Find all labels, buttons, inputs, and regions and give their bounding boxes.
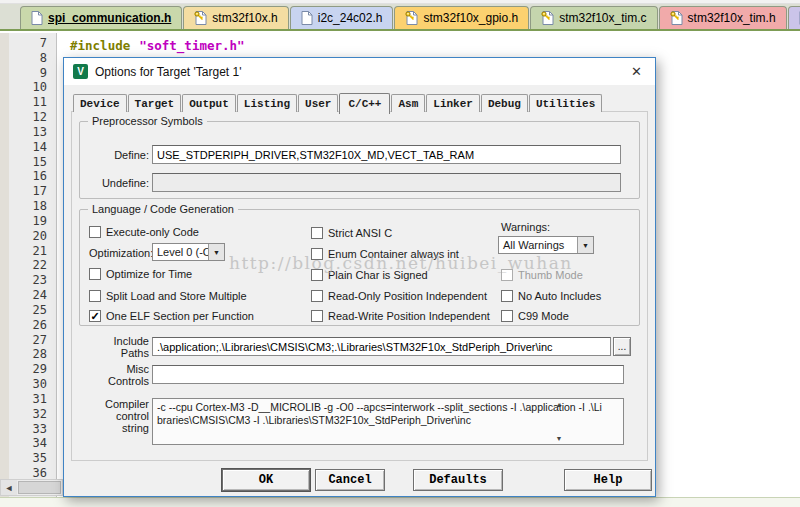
status-strip (0, 497, 800, 507)
editor-tab-bar: spi_communication.hstm32f10x.hi2c_24c02.… (0, 4, 800, 31)
checkbox-label: Plain Char is Signed (328, 269, 428, 281)
optimization-dropdown[interactable]: Level 0 (-O0) ▼ (152, 243, 225, 261)
cancel-button[interactable]: Cancel (315, 469, 385, 491)
line-number: 7 (9, 36, 56, 51)
dialog-tab-user[interactable]: User (298, 94, 338, 112)
readonly-key-document-icon (194, 11, 207, 25)
unchecked-checkbox-icon[interactable] (89, 290, 101, 302)
unchecked-checkbox-icon[interactable] (311, 269, 323, 281)
help-button[interactable]: Help (564, 469, 652, 491)
unchecked-checkbox-icon[interactable] (501, 290, 513, 302)
dialog-tab-utilities[interactable]: Utilities (529, 94, 602, 112)
checkbox-read-only-position-independent[interactable]: Read-Only Position Independent (311, 289, 487, 302)
editor-tab-stm32f10x_tim.h[interactable]: stm32f10x_tim.h (659, 6, 787, 29)
scroll-up-icon[interactable]: ▲ (553, 401, 565, 408)
unchecked-checkbox-icon[interactable] (501, 310, 513, 322)
unchecked-checkbox-icon[interactable] (311, 227, 323, 239)
checkbox-label: Read-Only Position Independent (328, 290, 487, 302)
checkbox-label: Strict ANSI C (328, 227, 392, 239)
checkbox-strict-ansi-c[interactable]: Strict ANSI C (311, 226, 392, 239)
dialog-tab-linker[interactable]: Linker (426, 94, 480, 112)
checkbox-label: Execute-only Code (106, 226, 199, 238)
optimization-value: Level 0 (-O0) (153, 246, 208, 258)
checkbox-plain-char-is-signed[interactable]: Plain Char is Signed (311, 268, 428, 281)
line-number: 8 (9, 51, 56, 66)
document-icon (301, 11, 313, 25)
editor-tab-i2c_24c02.h[interactable]: i2c_24c02.h (290, 6, 394, 29)
dialog-tab-strip: DeviceTargetOutputListingUserC/C++AsmLin… (73, 90, 603, 112)
dialog-tab-output[interactable]: Output (182, 94, 236, 112)
editor-tab-label: stm32f10x_tim.c (559, 11, 646, 25)
line-number: 33 (9, 422, 56, 437)
misc-controls-input[interactable] (152, 365, 624, 384)
scroll-down-icon[interactable]: ▼ (553, 435, 565, 442)
include-paths-browse-button[interactable]: ... (613, 337, 631, 356)
define-input[interactable] (152, 145, 621, 164)
keil-uvision-icon: V (73, 64, 88, 79)
checkbox-split-load-and-store-multiple[interactable]: Split Load and Store Multiple (89, 289, 247, 302)
unchecked-checkbox-icon[interactable] (311, 310, 323, 322)
checkbox-label: No Auto Includes (518, 290, 601, 302)
checkbox-c99-mode[interactable]: C99 Mode (501, 309, 569, 322)
line-number: 25 (9, 303, 56, 318)
line-number-gutter: 7891011121314151617181920212223242526272… (0, 33, 57, 497)
warnings-value: All Warnings (499, 239, 577, 251)
unchecked-checkbox-icon[interactable] (89, 226, 101, 238)
readonly-key-document-icon (405, 11, 418, 25)
warnings-label: Warnings: (501, 221, 581, 233)
options-for-target-dialog: V Options for Target 'Target 1' ✕ Device… (63, 57, 656, 497)
editor-tab-spi_communication.h[interactable]: spi_communication.h (20, 6, 182, 29)
readonly-key-document-icon (541, 11, 554, 25)
checkbox-read-write-position-independent[interactable]: Read-Write Position Independent (311, 309, 490, 322)
line-number: 22 (9, 258, 56, 273)
warnings-dropdown[interactable]: All Warnings ▼ (498, 236, 594, 254)
compiler-control-string-label: Compiler control string (92, 398, 149, 434)
defaults-button[interactable]: Defaults (413, 469, 503, 491)
checkbox-thumb-mode: Thumb Mode (501, 268, 583, 281)
ok-button[interactable]: OK (222, 469, 310, 491)
line-number: 26 (9, 318, 56, 333)
undefine-input (152, 173, 621, 192)
editor-tab-stm32f10x_gpio.h[interactable]: stm32f10x_gpio.h (394, 6, 529, 29)
line-number: 11 (9, 95, 56, 110)
unchecked-checkbox-icon[interactable] (89, 268, 101, 280)
dialog-tab-target[interactable]: Target (128, 94, 182, 112)
checkbox-label: Split Load and Store Multiple (106, 290, 247, 302)
define-label: Define: (94, 149, 149, 161)
editor-tab-stm32f10x_tim.c[interactable]: stm32f10x_tim.c (530, 6, 657, 29)
line-number: 31 (9, 392, 56, 407)
include-paths-input[interactable] (152, 337, 611, 356)
scrollbar-thumb[interactable] (18, 481, 61, 494)
dialog-tab-listing[interactable]: Listing (237, 94, 297, 112)
scroll-left-arrow-icon[interactable]: ◄ (1, 480, 17, 495)
horizontal-scrollbar[interactable]: ◄ (0, 479, 63, 496)
checkbox-optimize-for-time[interactable]: Optimize for Time (89, 267, 192, 280)
chevron-down-icon[interactable]: ▼ (577, 237, 593, 253)
group-legend: Preprocessor Symbols (88, 115, 207, 127)
unchecked-checkbox-icon[interactable] (311, 290, 323, 302)
checkbox-no-auto-includes[interactable]: No Auto Includes (501, 289, 601, 302)
include-paths-label: Include Paths (92, 335, 149, 359)
editor-tab-stm32f10x.h[interactable]: stm32f10x.h (183, 6, 288, 29)
checkbox-one-elf-section-per-function[interactable]: ✓One ELF Section per Function (89, 309, 254, 322)
undefine-label: Undefine: (94, 177, 149, 189)
checkbox-label: Enum Container always int (328, 248, 459, 260)
unchecked-checkbox-icon[interactable] (311, 248, 323, 260)
dialog-tab-debug[interactable]: Debug (481, 94, 528, 112)
close-icon[interactable]: ✕ (627, 64, 646, 79)
dialog-tab-device[interactable]: Device (73, 94, 127, 112)
editor-tab-stm32_ev[interactable]: stm32_ev (788, 6, 800, 29)
editor-tab-label: stm32f10x.h (212, 11, 277, 25)
checkbox-execute-only-code[interactable]: Execute-only Code (89, 225, 199, 238)
dialog-tab-asm[interactable]: Asm (391, 94, 425, 112)
line-number: 19 (9, 214, 56, 229)
code-line-7: #include"soft_timer.h" (70, 38, 245, 53)
line-number: 23 (9, 273, 56, 288)
dialog-titlebar[interactable]: V Options for Target 'Target 1' ✕ (64, 58, 655, 85)
checkbox-enum-container-always-int[interactable]: Enum Container always int (311, 247, 459, 260)
checked-checkbox-icon[interactable]: ✓ (89, 310, 101, 322)
chevron-down-icon[interactable]: ▼ (208, 244, 224, 260)
dialog-tab-c-c-[interactable]: C/C++ (339, 93, 390, 114)
line-number: 14 (9, 140, 56, 155)
line-number: 34 (9, 436, 56, 451)
